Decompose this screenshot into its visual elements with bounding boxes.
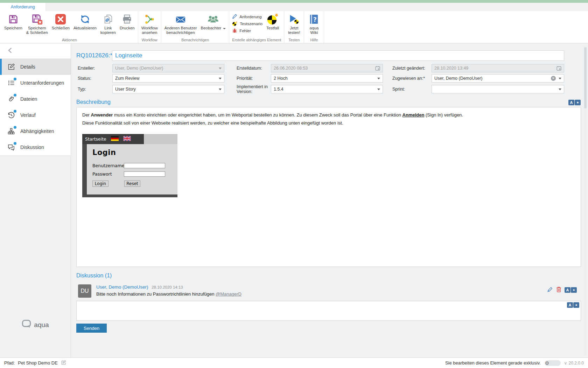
- ribbon-group-test: Jetzttesten! Testen: [284, 11, 304, 43]
- status-bar: Pfad: Pet Shop Demo DE Sie bearbeiten di…: [0, 358, 588, 368]
- status-dropdown[interactable]: Zum Review: [112, 74, 224, 83]
- screenshot-nav-tab: Startseite: [85, 136, 106, 142]
- chevron-left-icon: [8, 48, 12, 54]
- ribbon-tab-anforderung[interactable]: Anforderung: [0, 3, 46, 11]
- settings-gear-toggle[interactable]: ⚙: [545, 360, 561, 366]
- testscenario-icon: [232, 21, 238, 27]
- edit-path-icon[interactable]: [61, 360, 66, 366]
- notification-dot: [14, 126, 16, 129]
- test-now-button[interactable]: Jetzttesten!: [286, 12, 302, 35]
- chevron-down-icon: [377, 78, 380, 79]
- dependencies-icon: [7, 127, 15, 135]
- sidebar-item-diskussion[interactable]: Diskussion: [0, 139, 71, 155]
- section-title-beschreibung: Beschreibung: [76, 99, 111, 105]
- chevron-down-icon: [219, 68, 222, 69]
- refresh-button[interactable]: Aktualisieren: [72, 12, 98, 30]
- ribbon-group-label: Hilfe: [306, 38, 322, 43]
- copy-link-button[interactable]: Linkkopieren: [99, 12, 118, 35]
- description-editor[interactable]: Der Anwender muss ein Konto einrichten o…: [76, 107, 581, 267]
- mention-link[interactable]: @ManagerD: [216, 291, 241, 297]
- svg-text:?: ?: [313, 16, 317, 23]
- scrollbar-thumb[interactable]: [584, 47, 587, 108]
- field-label-version: Implementiert in Version:: [224, 84, 271, 94]
- format-a-button[interactable]: A: [567, 302, 573, 308]
- translate-star-button[interactable]: ★: [573, 302, 579, 308]
- aqua-wiki-button[interactable]: ? aquaWiki: [306, 12, 322, 35]
- sidebar-item-label: Abhängigkeiten: [20, 128, 54, 134]
- create-requirement-item[interactable]: Anforderung: [231, 13, 264, 20]
- testcase-icon: [267, 13, 279, 25]
- erstelldatum-field: 26.06.2020 08:53: [271, 64, 383, 72]
- edit-comment-button[interactable]: [547, 286, 553, 293]
- exclusive-edit-note: Sie bearbeiten dieses Element gerade exk…: [445, 360, 541, 366]
- sidebar-item-label: Diskussion: [20, 144, 44, 150]
- close-icon: [55, 13, 66, 25]
- ribbon-group-dependent: Anforderung Testszenario Fehler: [229, 11, 284, 43]
- sidebar-item-abhaengigkeiten[interactable]: Abhängigkeiten: [0, 123, 71, 139]
- create-defect-item[interactable]: Fehler: [231, 27, 264, 34]
- zuletzt-geaendert-field: 28.10.2020 13:49: [432, 64, 564, 72]
- ribbon-toolbar: Speichern Speichern& Schließen Schließen: [0, 11, 588, 43]
- ribbon-group-label: Erstelle abhängiges Element: [231, 38, 282, 43]
- description-header: Beschreibung A ★: [76, 99, 581, 105]
- field-label-zuletzt: Zuletzt geändert:: [383, 64, 432, 72]
- print-icon: [122, 13, 132, 25]
- uk-flag-icon: [123, 136, 131, 142]
- format-a-button[interactable]: A: [565, 287, 570, 293]
- title-input[interactable]: [112, 50, 564, 61]
- clear-icon[interactable]: ✕: [551, 76, 556, 81]
- save-button[interactable]: Speichern: [2, 12, 24, 30]
- collapse-sidebar-button[interactable]: [0, 43, 71, 59]
- format-a-button[interactable]: A: [568, 100, 574, 105]
- delete-comment-button[interactable]: [556, 286, 561, 293]
- screenshot-password-label: Passwort: [92, 171, 124, 177]
- create-testcase-button[interactable]: Testfall: [264, 12, 281, 30]
- sidebar-item-unteranforderungen[interactable]: Unteranforderungen: [0, 75, 71, 91]
- send-comment-button[interactable]: Senden: [76, 324, 107, 333]
- comment-input[interactable]: [77, 301, 581, 320]
- sidebar-nav: Details Unteranforderungen Dateien: [0, 43, 71, 156]
- zugewiesen-dropdown[interactable]: User, Demo (DemoUser) ✕: [432, 74, 564, 83]
- print-button[interactable]: Drucken: [118, 12, 136, 30]
- sidebar-item-details[interactable]: Details: [0, 59, 71, 75]
- chevron-down-icon: [559, 89, 561, 90]
- ribbon-group-help: ? aquaWiki Hilfe: [304, 11, 324, 43]
- comment-author-link[interactable]: User, Demo (DemoUser): [96, 284, 148, 290]
- watchers-button[interactable]: Beobachter: [199, 12, 228, 30]
- field-label-typ: Typ:: [76, 84, 112, 94]
- sidebar-item-verlauf[interactable]: Verlauf: [0, 107, 71, 123]
- comment-timestamp: 28.10.2020 14:13: [152, 285, 183, 289]
- notification-dot: [14, 78, 16, 80]
- save-icon: [8, 13, 19, 25]
- typ-dropdown[interactable]: User Story: [112, 85, 224, 93]
- screenshot-password-input: [124, 171, 165, 177]
- field-label-ersteller: Ersteller:: [76, 64, 112, 72]
- create-testscenario-item[interactable]: Testszenario: [231, 20, 264, 27]
- path-value: Pet Shop Demo DE: [18, 360, 57, 366]
- close-button[interactable]: Schließen: [50, 12, 71, 30]
- ersteller-dropdown: User, Demo (DemoUser): [112, 64, 224, 72]
- anmelden-link: Anmelden: [402, 112, 425, 118]
- bug-icon: [232, 28, 237, 34]
- translate-star-button[interactable]: ★: [571, 287, 577, 293]
- save-close-button[interactable]: Speichern& Schließen: [24, 12, 50, 35]
- requirement-icon: [232, 14, 237, 20]
- field-label-prioritaet: Priorität:: [224, 74, 271, 83]
- sidebar-item-label: Dateien: [20, 96, 37, 102]
- prioritaet-dropdown[interactable]: 2 Hoch: [271, 74, 383, 83]
- avatar: DU: [78, 284, 91, 298]
- notification-dot: [14, 142, 16, 145]
- translate-star-button[interactable]: ★: [575, 100, 581, 105]
- sidebar-item-label: Unteranforderungen: [20, 80, 64, 86]
- notify-user-button[interactable]: Anderen Benutzerbenachrichtigen: [163, 12, 199, 35]
- calendar-icon: [375, 66, 380, 71]
- requirement-id-label: RQ1012626:*: [76, 52, 112, 59]
- sprint-dropdown[interactable]: [432, 85, 564, 93]
- vertical-scrollbar[interactable]: [584, 47, 587, 355]
- sidebar-item-dateien[interactable]: Dateien: [0, 91, 71, 107]
- mail-icon: [175, 13, 186, 25]
- version-dropdown[interactable]: 1.5.4: [271, 85, 383, 93]
- refresh-icon: [80, 13, 90, 25]
- view-workflow-button[interactable]: Workflowansehen: [140, 12, 160, 35]
- calendar-icon: [556, 66, 561, 71]
